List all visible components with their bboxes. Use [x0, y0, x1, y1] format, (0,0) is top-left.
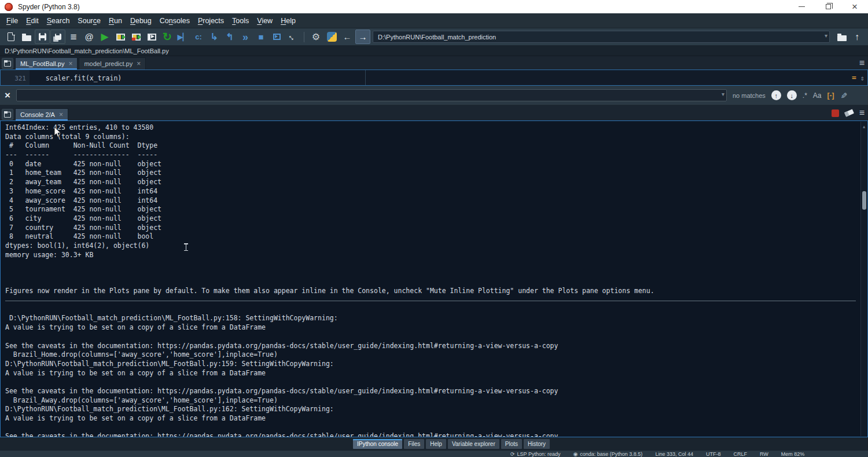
dropdown-chevron-icon[interactable]	[825, 32, 827, 39]
menu-tools[interactable]: Tools	[228, 14, 253, 27]
working-directory-input[interactable]	[373, 31, 830, 43]
console-line: Brazil_Home.drop(columns=['away_score','…	[5, 350, 867, 360]
open-file-icon	[22, 35, 31, 41]
find-symbols-button[interactable]: @	[82, 30, 97, 44]
run-file-button[interactable]: ▶	[97, 30, 112, 44]
debug-file-button[interactable]: ▶▏	[175, 30, 190, 44]
preferences-button[interactable]: ⚙	[308, 30, 323, 44]
rerun-cell-button[interactable]: ↻	[160, 30, 175, 44]
menu-search[interactable]: Search	[43, 14, 74, 27]
menu-help[interactable]: Help	[277, 14, 300, 27]
console-line: 2 away_team 425 non-null object	[5, 178, 867, 187]
pane-tab-files[interactable]: Files	[404, 439, 424, 449]
continue-execution-button[interactable]: »	[238, 30, 253, 44]
console-output: Int64Index: 425 entries, 410 to 43580Dat…	[5, 123, 867, 437]
scroll-up-arrow-icon[interactable]	[861, 122, 867, 132]
menu-consoles[interactable]: Consoles	[156, 14, 194, 27]
editor-tab-ml-football-py[interactable]: ML_FootBall.py	[15, 57, 78, 70]
console-line: # Column Non-Null Count Dtype	[5, 141, 867, 151]
find-next-button[interactable]	[787, 90, 797, 100]
editor-line: 322 x_train = scaler.transform(x_train)	[1, 85, 867, 86]
find-input[interactable]	[16, 89, 727, 101]
main-toolbar: ≡@▶↻▶▏c:↳↰»■↔⚙←→	[0, 28, 868, 46]
console-line: --- ------ -------------- -----	[5, 151, 867, 160]
working-directory-combo[interactable]	[373, 31, 830, 43]
minimize-button[interactable]	[788, 0, 815, 13]
editor-options-menu-icon[interactable]	[859, 58, 865, 68]
close-tab-icon[interactable]	[137, 60, 141, 67]
conda-environment-icon: ◉	[573, 451, 578, 457]
back-button[interactable]: ←	[340, 30, 355, 44]
regex-toggle-icon[interactable]: .*	[803, 92, 807, 100]
run-selection-button[interactable]	[144, 30, 159, 44]
highlight-matches-icon[interactable]	[840, 90, 847, 101]
find-input-combo[interactable]	[16, 89, 727, 101]
step-into-button[interactable]: ↳	[207, 30, 222, 44]
browse-tabs-icon	[4, 112, 11, 118]
browse-working-directory-button[interactable]	[834, 30, 849, 44]
menu-bar: FileEditSearchSourceRunDebugConsolesProj…	[0, 13, 868, 28]
toolbar-separator	[304, 32, 304, 42]
forward-button[interactable]: →	[355, 30, 370, 44]
console-line: D:\PythonRUN\Football_match_prediction\M…	[5, 360, 867, 369]
run-cell-button[interactable]	[113, 30, 128, 44]
console-line: 6 city 425 non-null object	[5, 214, 867, 224]
up-arrow-icon	[855, 32, 859, 42]
console-line	[5, 278, 867, 287]
splitter-handle-icon[interactable]	[860, 72, 865, 83]
console-options-menu-icon[interactable]	[859, 108, 865, 118]
case-sensitive-toggle-icon[interactable]: Aa	[813, 92, 822, 100]
run-file-icon: ▶	[101, 32, 108, 42]
console-tabs: Console 2/A	[15, 105, 69, 120]
run-cell-and-advance-button[interactable]	[128, 30, 144, 44]
console-scrollbar[interactable]	[860, 122, 867, 436]
step-over-button[interactable]: c:	[191, 30, 206, 44]
pane-tab-variable-explorer[interactable]: Variable explorer	[448, 439, 499, 449]
find-history-chevron-icon[interactable]	[722, 91, 724, 97]
close-tab-icon[interactable]	[59, 111, 63, 118]
console-tab-console-2-a[interactable]: Console 2/A	[15, 108, 68, 120]
stop-debugging-button[interactable]: ■	[253, 30, 269, 44]
maximize-pane-button[interactable]: ↔	[285, 30, 300, 44]
save-all-button[interactable]	[50, 30, 65, 44]
file-switcher-button[interactable]: ≡	[66, 30, 81, 44]
window-title: Spyder (Python 3.8)	[18, 3, 80, 11]
code-editor[interactable]: 321 scaler.fit(x_train)322 x_train = sca…	[0, 70, 868, 86]
interrupt-kernel-icon[interactable]	[832, 109, 839, 117]
new-file-button[interactable]	[3, 30, 19, 44]
browse-console-tabs-button[interactable]	[2, 109, 13, 120]
menu-source[interactable]: Source	[73, 14, 105, 27]
console-line: Int64Index: 425 entries, 410 to 43580	[5, 123, 867, 133]
pane-tab-plots[interactable]: Plots	[501, 439, 522, 449]
console-line: 3 home_score 425 non-null int64	[5, 187, 867, 196]
scrollbar-thumb[interactable]	[862, 191, 866, 210]
restore-button[interactable]	[815, 0, 841, 13]
menu-run[interactable]: Run	[105, 14, 126, 27]
open-file-button[interactable]	[19, 30, 34, 44]
debug-cell-button[interactable]	[269, 30, 284, 44]
menu-projects[interactable]: Projects	[194, 14, 228, 27]
find-previous-button[interactable]	[771, 90, 781, 100]
whole-word-toggle-icon[interactable]: [-]	[827, 92, 834, 100]
editor-tab-model-predict-py[interactable]: model_predict.py	[79, 57, 146, 70]
console-line: 5 tournament 425 non-null object	[5, 205, 867, 214]
menu-debug[interactable]: Debug	[126, 14, 156, 27]
menu-edit[interactable]: Edit	[22, 14, 43, 27]
parent-directory-button[interactable]	[849, 30, 865, 44]
menu-view[interactable]: View	[253, 14, 277, 27]
menu-file[interactable]: File	[2, 14, 22, 27]
console-line: 7 country 425 non-null object	[5, 224, 867, 233]
ipython-console-pane[interactable]: Int64Index: 425 entries, 410 to 43580Dat…	[0, 120, 868, 437]
editor-tabs: ML_FootBall.pymodel_predict.py	[15, 56, 147, 70]
clear-console-icon[interactable]	[844, 109, 854, 116]
browse-editor-tabs-button[interactable]	[2, 58, 13, 69]
close-button[interactable]	[841, 0, 868, 13]
pane-tab-help[interactable]: Help	[426, 439, 446, 449]
save-file-button[interactable]	[35, 30, 50, 44]
close-tab-icon[interactable]	[68, 60, 72, 67]
close-find-icon[interactable]	[5, 90, 10, 101]
step-return-button[interactable]: ↰	[222, 30, 237, 44]
pane-tab-ipython-console[interactable]: IPython console	[353, 439, 402, 449]
pane-tab-history[interactable]: History	[524, 439, 550, 449]
python-environment-button[interactable]	[324, 30, 339, 44]
